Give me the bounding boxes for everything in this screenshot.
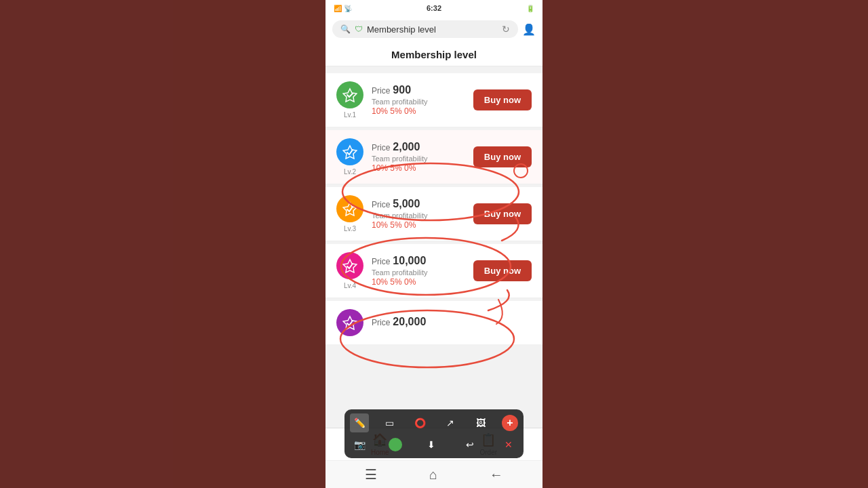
download-tool[interactable]: ⬇ [422, 435, 441, 454]
arrow-tool[interactable]: ↗ [441, 413, 460, 432]
phone-frame: 📶 📡 6:32 🔋 🔍 🛡 Membership level ↻ 👤 Memb… [326, 0, 542, 488]
undo-tool[interactable]: ↩ [460, 435, 479, 454]
svg-point-8 [340, 310, 514, 367]
rectangle-tool[interactable]: ▭ [380, 413, 399, 432]
svg-point-7 [514, 164, 528, 178]
close-tool[interactable]: ✕ [499, 435, 518, 454]
camera-tool[interactable]: 📷 [350, 435, 369, 454]
image-tool[interactable]: 🖼 [471, 413, 490, 432]
svg-point-6 [341, 238, 511, 295]
drawing-tools-row2: 📷 ⬇ ↩ ✕ [350, 435, 518, 454]
add-tool[interactable]: + [502, 415, 518, 431]
drawing-tools-row1: ✏️ ▭ ⭕ ↗ 🖼 + [350, 413, 518, 432]
color-tool[interactable] [389, 438, 402, 451]
pen-tool[interactable]: ✏️ [350, 413, 369, 432]
circle-tool[interactable]: ⭕ [411, 413, 430, 432]
drawing-toolbar: ✏️ ▭ ⭕ ↗ 🖼 + 📷 ⬇ ↩ ✕ [344, 409, 524, 458]
svg-point-5 [342, 163, 519, 220]
